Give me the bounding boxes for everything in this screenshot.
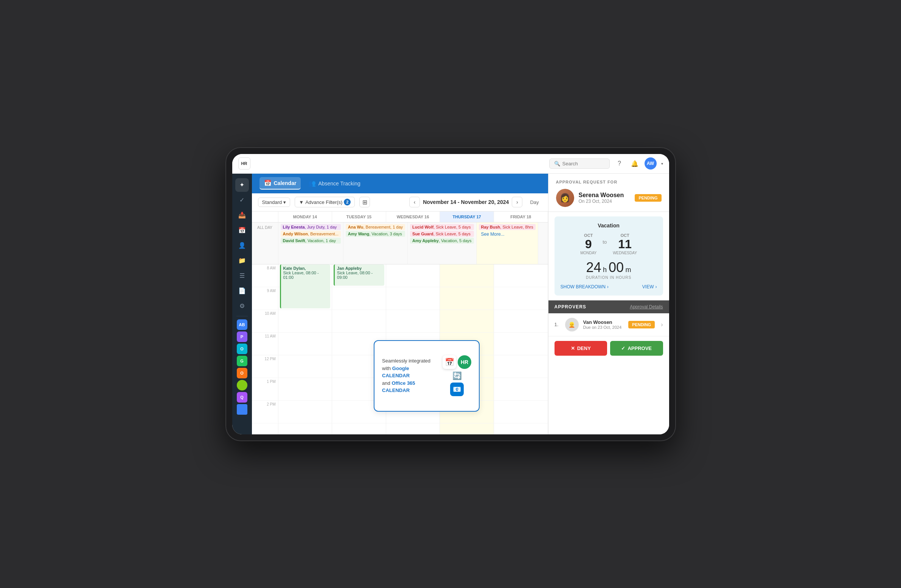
google-calendar-icon: 📅 (443, 355, 456, 369)
tab-absence[interactable]: 👥 Absence Tracking (304, 178, 365, 189)
sidebar-icon-inbox[interactable]: 📥 (235, 209, 249, 222)
all-day-row: ALL DAY Lily Enesta, Jury Duty, 1 day An… (252, 223, 548, 265)
sidebar-icon-doc[interactable]: 📄 (235, 284, 249, 298)
time-slot-10am: 10 AM (252, 310, 278, 332)
all-day-monday: Lily Enesta, Jury Duty, 1 day Andy Wilso… (278, 223, 343, 264)
start-month: OCT (580, 233, 597, 238)
all-day-friday (538, 223, 548, 264)
sidebar-app-q[interactable]: Q (237, 392, 247, 402)
day-button[interactable]: Day (527, 198, 542, 207)
sidebar-app-o[interactable]: O (237, 343, 247, 354)
vacation-actions: SHOW BREAKDOWN › VIEW › (561, 284, 657, 290)
filter-icon: ▼ (299, 200, 304, 205)
requester-name: Serena Woosen (579, 192, 631, 199)
day-header-tue: TUESDAY 15 (332, 212, 386, 222)
grid-col-tuesday: Jan ApplebySick Leave, 08:00 - 09:00 Sea… (332, 265, 386, 434)
tab-calendar[interactable]: 📅 Calendar (259, 177, 301, 190)
grid-view-icon[interactable]: ⊞ (359, 197, 370, 207)
filter-button[interactable]: ▼ Advance Filter(s) 2 (295, 197, 355, 207)
sidebar-icon-settings[interactable]: ⚙ (235, 299, 249, 313)
sidebar-app-o2[interactable]: O (237, 368, 247, 378)
view-selector[interactable]: Standard ▾ (258, 198, 290, 207)
integration-text: Seamlessly integrated with Google CALEND… (382, 357, 436, 394)
chevron-down-icon[interactable]: ▾ (661, 162, 663, 166)
approver-due: Due on 23 Oct, 2024 (583, 325, 624, 329)
list-item[interactable]: Jan ApplebySick Leave, 08:00 - 09:00 (334, 265, 384, 286)
approvers-title: APPROVERS (555, 304, 586, 309)
start-day: 9 (580, 238, 597, 251)
search-input[interactable] (563, 161, 605, 167)
sidebar-app-g[interactable]: G (237, 356, 247, 366)
sidebar-app-b[interactable] (237, 404, 247, 415)
deny-button[interactable]: ✕ DENY (555, 341, 608, 356)
sidebar-icon-check[interactable]: ✓ (235, 193, 249, 207)
content-area: 📅 Calendar 👥 Absence Tracking Standard ▾ (252, 174, 548, 434)
approval-details-link[interactable]: Approval Details (630, 304, 663, 309)
list-item[interactable]: Lucid Wolf, Sick Leave, 5 days (410, 224, 474, 230)
user-avatar[interactable]: AW (645, 158, 657, 170)
list-item[interactable]: Andy Wilson, Bereavement... (281, 231, 341, 237)
list-item[interactable]: Ray Bush, Sick Leave, 8hrs (479, 224, 536, 230)
all-day-wednesday: Lucid Wolf, Sick Leave, 5 days Sue Guard… (408, 223, 477, 264)
approvers-section: APPROVERS Approval Details 1. 👱 Van Woos… (549, 300, 669, 336)
time-slot-11am: 11 AM (252, 332, 278, 355)
sidebar-icon-folder[interactable]: 📁 (235, 254, 249, 268)
list-item[interactable]: Kate Dylan,Sick Leave, 08:00 - 01:00 (280, 265, 330, 308)
approver-chevron-icon[interactable]: › (661, 321, 663, 328)
all-day-label: ALL DAY (252, 223, 278, 264)
integration-card: Seamlessly integrated with Google CALEND… (374, 340, 480, 412)
list-item[interactable]: Amy Wang, Vacation, 3 days (346, 231, 405, 237)
view-chevron-icon: ▾ (283, 200, 286, 205)
table-row: 1. 👱 Van Woosen Due on 23 Oct, 2024 PEND… (549, 313, 669, 336)
time-column: 8 AM 9 AM 10 AM 11 AM 12 PM 1 PM 2 PM (252, 265, 278, 434)
list-item[interactable]: Amy Appleby, Vacation, 5 days (410, 238, 474, 244)
sub-header: 📅 Calendar 👥 Absence Tracking (252, 174, 548, 193)
requester-date: On 23 Oct, 2024 (579, 199, 631, 204)
status-badge: PENDING (635, 194, 661, 202)
list-item[interactable]: David Swift, Vacation, 1 day (281, 238, 341, 244)
prev-arrow[interactable]: ‹ (409, 197, 420, 207)
sidebar-icon-user[interactable]: 👤 (235, 239, 249, 253)
list-item[interactable]: Sue Guard, Sick Leave, 5 days (410, 231, 474, 237)
approval-title: APPROVAL REQUEST FOR (556, 180, 662, 184)
help-icon[interactable]: ? (614, 158, 625, 169)
integration-icons: 📅 HR 🔄 📧 (443, 355, 471, 396)
calendar-tab-icon: 📅 (264, 179, 271, 187)
approver-num: 1. (555, 321, 561, 327)
time-col-header (252, 212, 278, 222)
next-arrow[interactable]: › (512, 197, 522, 207)
view-link[interactable]: VIEW › (642, 284, 657, 290)
approver-avatar: 👱 (565, 318, 579, 331)
start-weekday: MONDAY (580, 251, 597, 255)
calendar-controls: Standard ▾ ▼ Advance Filter(s) 2 ⊞ ‹ Nov… (252, 193, 548, 212)
filter-badge: 2 (344, 199, 351, 206)
end-date-block: OCT 11 WEDNESDAY (613, 233, 637, 255)
show-breakdown-link[interactable]: SHOW BREAKDOWN › (561, 284, 609, 290)
nav-arrows: ‹ November 14 - November 20, 2024 › (409, 197, 522, 207)
end-day: 11 (613, 238, 637, 251)
list-item[interactable]: Ana Wu, Bereavement, 1 day (346, 224, 405, 230)
see-more-link[interactable]: See More... (479, 231, 536, 238)
day-headers: MONDAY 14 TUESDAY 15 WEDNESDAY 16 THURSD… (252, 212, 548, 223)
duration-minutes: 00 (609, 260, 624, 275)
google-calendar-link[interactable]: Google CALENDAR (382, 365, 410, 379)
day-header-mon: MONDAY 14 (278, 212, 332, 222)
list-item[interactable]: Lily Enesta, Jury Duty, 1 day (281, 224, 341, 230)
x-icon: ✕ (571, 345, 575, 351)
sidebar-icon-calendar[interactable]: 📅 (235, 224, 249, 237)
approve-button[interactable]: ✓ APPROVE (610, 341, 663, 356)
sidebar-icon-list[interactable]: ☰ (235, 269, 249, 283)
duration-row: 24 h 00 m (561, 260, 657, 276)
approver-name: Van Woosen (583, 319, 624, 325)
search-box[interactable]: 🔍 (549, 159, 610, 169)
sidebar-app-p[interactable]: P (237, 331, 247, 342)
sidebar-app-ab[interactable]: AB (237, 319, 247, 330)
sidebar-app-gr[interactable] (237, 380, 247, 390)
sidebar-icon-home[interactable]: ✦ (235, 178, 249, 192)
hr-logo: HR (238, 158, 250, 170)
absence-tab-icon: 👥 (308, 180, 316, 187)
notification-icon[interactable]: 🔔 (630, 158, 640, 169)
chevron-right-icon2: › (656, 284, 657, 290)
day-header-fri: FRIDAY 18 (494, 212, 548, 222)
approver-status-badge: PENDING (628, 321, 655, 328)
